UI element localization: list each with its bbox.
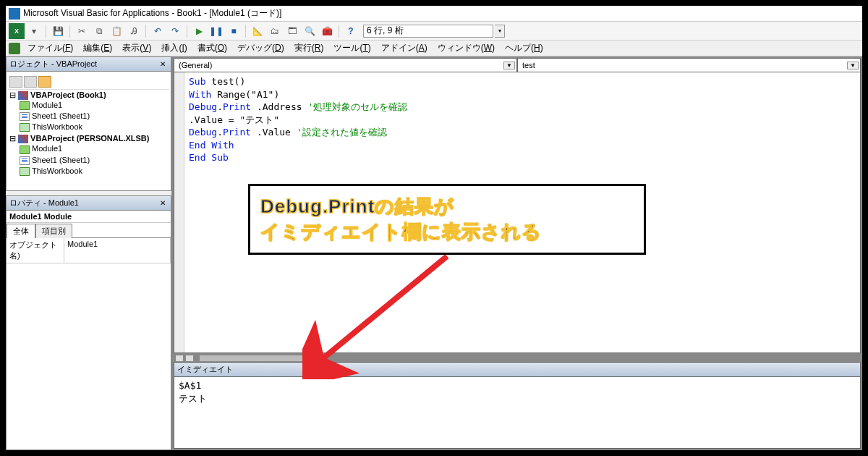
tree-project-personal[interactable]: ⊟ VBAProject (PERSONAL.XLSB) Module1 She…: [9, 133, 169, 177]
properties-icon[interactable]: 🗔: [284, 23, 300, 39]
break-icon[interactable]: ❚❚: [208, 23, 224, 39]
format-painter-icon[interactable]: Ꭿ: [126, 23, 142, 39]
menubar: ファイル(F) 編集(E) 表示(V) 挿入(I) 書式(O) デバッグ(D) …: [6, 41, 862, 56]
save-icon[interactable]: 💾: [50, 23, 66, 39]
paste-icon[interactable]: 📋: [109, 23, 124, 39]
left-pane: ロジェクト - VBAProject ✕ ⊟ VBAProject (Book1…: [6, 56, 172, 450]
project-panel-header: ロジェクト - VBAProject ✕: [6, 56, 171, 72]
toolbox-icon[interactable]: 🧰: [319, 23, 335, 39]
tree-thisworkbook-personal[interactable]: ThisWorkbook: [20, 166, 169, 177]
menu-file[interactable]: ファイル(F): [23, 41, 77, 56]
chevron-down-icon: ▼: [847, 62, 859, 69]
vba-module-icon: [9, 43, 20, 54]
property-row-name[interactable]: オブジェクト名) Module1: [7, 238, 171, 263]
callout-line1: Debug.Printの結果が: [260, 194, 634, 219]
app-window: Microsoft Visual Basic for Applications …: [0, 0, 868, 456]
code-gutter: [174, 72, 184, 352]
immediate-window[interactable]: $A$1 テスト: [174, 377, 861, 449]
annotation-callout: Debug.Printの結果が イミディエイト欄に表示される: [248, 184, 646, 255]
run-icon[interactable]: ▶: [191, 23, 207, 39]
immediate-panel-header: イミディエイト: [174, 362, 861, 377]
menu-edit[interactable]: 編集(E): [79, 41, 116, 56]
view-object-icon[interactable]: [24, 76, 37, 88]
procedure-dropdown[interactable]: test▼: [517, 58, 861, 72]
object-browser-icon[interactable]: 🔍: [302, 23, 318, 39]
view-switch-icon[interactable]: [175, 355, 184, 362]
toolbar-dropdown-icon[interactable]: ▾: [26, 23, 42, 39]
reset-icon[interactable]: ■: [226, 23, 242, 39]
menu-insert[interactable]: 挿入(I): [157, 41, 191, 56]
help-icon[interactable]: ?: [343, 23, 359, 39]
project-explorer-icon[interactable]: 🗂: [267, 23, 283, 39]
project-explorer[interactable]: ⊟ VBAProject (Book1) Module1 Sheet1 (She…: [6, 72, 171, 191]
tree-module1-personal[interactable]: Module1: [20, 143, 169, 154]
menu-debug[interactable]: デバッグ(D): [233, 41, 289, 56]
cut-icon[interactable]: ✂: [74, 23, 90, 39]
tree-project-book1[interactable]: ⊟ VBAProject (Book1) Module1 Sheet1 (She…: [9, 90, 169, 133]
tree-module1[interactable]: Module1: [20, 100, 169, 111]
immediate-output-line: テスト: [179, 392, 856, 405]
object-dropdown[interactable]: (General)▼: [174, 58, 517, 72]
window-title: Microsoft Visual Basic for Applications …: [23, 7, 281, 20]
horizontal-scrollbar[interactable]: [200, 355, 315, 361]
properties-panel-close-icon[interactable]: ✕: [158, 199, 168, 207]
pane-splitter[interactable]: [174, 355, 861, 362]
titlebar: Microsoft Visual Basic for Applications …: [6, 6, 862, 22]
design-mode-icon[interactable]: 📐: [250, 23, 265, 39]
tree-sheet1[interactable]: Sheet1 (Sheet1): [20, 111, 169, 122]
view-switch-icon[interactable]: [185, 355, 194, 362]
excel-icon[interactable]: X: [9, 23, 25, 39]
properties-panel-header: ロパティ - Module1 ✕: [6, 195, 171, 211]
cursor-position-field: 6 行, 9 桁: [363, 25, 493, 38]
status-dropdown-icon[interactable]: ▾: [495, 25, 505, 38]
app-icon: [9, 8, 20, 20]
menu-run[interactable]: 実行(R): [290, 41, 328, 56]
copy-icon[interactable]: ⧉: [91, 23, 107, 39]
menu-view[interactable]: 表示(V): [118, 41, 156, 56]
project-panel-close-icon[interactable]: ✕: [158, 60, 168, 68]
properties-object-selector[interactable]: Module1 Module: [7, 211, 171, 223]
properties-tab-all[interactable]: 全体: [7, 224, 35, 238]
toggle-folders-icon[interactable]: [38, 76, 51, 88]
properties-tab-categorized[interactable]: 項目別: [35, 224, 72, 238]
tree-thisworkbook[interactable]: ThisWorkbook: [20, 122, 169, 132]
toolbar-main: X ▾ 💾 ✂ ⧉ 📋 Ꭿ ↶ ↷ ▶ ❚❚ ■ 📐 🗂 🗔 🔍 🧰 ? 6 行…: [6, 22, 862, 41]
undo-icon[interactable]: ↶: [150, 23, 166, 39]
immediate-output-line: $A$1: [179, 379, 856, 392]
menu-help[interactable]: ヘルプ(H): [501, 41, 548, 56]
menu-window[interactable]: ウィンドウ(W): [433, 41, 499, 56]
menu-format[interactable]: 書式(O): [193, 41, 231, 56]
menu-tools[interactable]: ツール(T): [329, 41, 375, 56]
menu-addins[interactable]: アドイン(A): [377, 41, 432, 56]
redo-icon[interactable]: ↷: [167, 23, 183, 39]
view-code-icon[interactable]: [9, 76, 22, 88]
chevron-down-icon: ▼: [503, 62, 515, 69]
callout-line2: イミディエイト欄に表示される: [260, 219, 634, 245]
properties-panel: Module1 Module 全体 項目別 オブジェクト名) Module1: [6, 211, 171, 450]
tree-sheet1-personal[interactable]: Sheet1 (Sheet1): [20, 155, 169, 166]
